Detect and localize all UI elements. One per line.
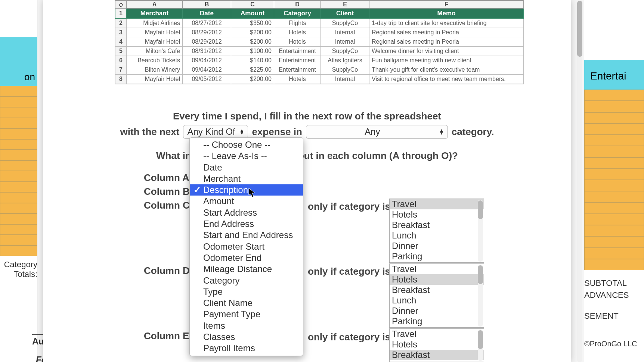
listbox-item[interactable]: Breakfast bbox=[390, 350, 484, 360]
dropdown-option[interactable]: Client Name bbox=[190, 297, 303, 309]
hdr-date: Date bbox=[183, 9, 231, 19]
bg-right-labels: SUBTOTAL ADVANCES SEMENT bbox=[584, 278, 644, 323]
listbox-item[interactable]: Breakfast bbox=[390, 285, 484, 295]
listbox-item[interactable]: Travel bbox=[390, 264, 484, 274]
select-arrows-icon: ▲▼ bbox=[239, 129, 244, 135]
cell-date: 09/04/2012 bbox=[183, 56, 231, 65]
column-c-label: Column C: bbox=[144, 199, 193, 212]
row-header: 6 bbox=[115, 56, 127, 65]
dropdown-option[interactable]: Type bbox=[190, 286, 303, 297]
table-row: 8Mayfair Hotel09/05/2012$200.00HotelsInt… bbox=[115, 75, 524, 84]
cell-memo: Welcome dinner for visiting client bbox=[369, 47, 524, 56]
bg-right-cyan-header: Entertai bbox=[584, 60, 644, 90]
row-header: 3 bbox=[115, 28, 127, 37]
bg-left-orange-grid bbox=[0, 86, 37, 258]
bg-left-cyan-header: on bbox=[0, 37, 37, 86]
dropdown-option[interactable]: Amount bbox=[190, 196, 303, 207]
listbox-item[interactable]: Travel bbox=[390, 329, 484, 339]
hdr-client: Client bbox=[321, 9, 369, 19]
cell-amount: $140.00 bbox=[231, 56, 274, 65]
dropdown-option[interactable]: Start Address bbox=[190, 207, 303, 218]
cell-memo: Regional sales meeting in Peoria bbox=[369, 28, 524, 37]
category-listbox-c[interactable]: TravelHotelsBreakfastLunchDinnerParking bbox=[389, 199, 484, 263]
listbox-item[interactable]: Parking bbox=[390, 251, 484, 262]
dropdown-option[interactable]: -- Leave As-Is -- bbox=[190, 150, 303, 162]
listbox-item[interactable]: Lunch bbox=[390, 295, 484, 306]
table-row: 3Mayfair Hotel08/29/2012$200.00HotelsInt… bbox=[115, 28, 524, 37]
table-row: 6Bearcub Tickets09/04/2012$140.00Enterta… bbox=[115, 56, 524, 65]
dropdown-option[interactable]: Description bbox=[190, 184, 303, 196]
row-header: 5 bbox=[115, 47, 127, 56]
category-listbox-e[interactable]: TravelHotelsBreakfastLunchDinnerParking bbox=[389, 328, 484, 362]
cell-memo: Fun ballgame meeting with new client bbox=[369, 56, 524, 65]
column-field-dropdown[interactable]: -- Choose One ---- Leave As-Is --DateMer… bbox=[189, 137, 303, 356]
bg-right-panel: Entertai SUBTOTAL ADVANCES SEMENT ©ProOn… bbox=[584, 0, 644, 362]
cell-client: SupplyCo bbox=[321, 47, 369, 56]
dropdown-option[interactable]: Date bbox=[190, 162, 303, 173]
col-header-F: F bbox=[369, 1, 524, 9]
dropdown-option[interactable]: End Address bbox=[190, 218, 303, 230]
col-header-B: B bbox=[183, 1, 231, 9]
listbox-item[interactable]: Hotels bbox=[390, 274, 484, 285]
cell-merchant: Mayfair Hotel bbox=[127, 37, 183, 47]
cell-merchant: Midjet Airlines bbox=[127, 19, 183, 28]
col-header-A: A bbox=[127, 1, 183, 9]
sentence-line1: Every time I spend, I fill in the next r… bbox=[43, 110, 571, 122]
category-listbox-d[interactable]: TravelHotelsBreakfastLunchDinnerParking bbox=[389, 263, 484, 328]
dropdown-option[interactable]: Mileage Distance bbox=[190, 263, 303, 275]
cell-category: Hotels bbox=[274, 75, 321, 84]
dropdown-option[interactable]: Category bbox=[190, 275, 303, 286]
column-e-label: Column E: bbox=[144, 329, 193, 343]
listbox-item[interactable]: Parking bbox=[390, 316, 484, 327]
listbox-item[interactable]: Hotels bbox=[390, 209, 484, 220]
dropdown-option[interactable]: Odometer End bbox=[190, 252, 303, 263]
listbox-scrollbar[interactable] bbox=[478, 200, 483, 262]
column-question: What information do you want put in each… bbox=[43, 150, 571, 162]
listbox-item[interactable]: Lunch bbox=[390, 230, 484, 241]
row-header: 2 bbox=[115, 19, 127, 28]
category-select[interactable]: Any ▲▼ bbox=[306, 125, 448, 138]
only-if-e: only if category is bbox=[308, 331, 390, 343]
cell-date: 08/27/2012 bbox=[183, 19, 231, 28]
cell-client: Internal bbox=[321, 37, 369, 47]
listbox-scrollbar[interactable] bbox=[478, 265, 483, 327]
dropdown-option[interactable]: Odometer Start bbox=[190, 241, 303, 252]
cell-category: Entertainment bbox=[274, 56, 321, 65]
cell-memo: 1-day trip to client site for executive … bbox=[369, 19, 524, 28]
only-if-d: only if category is bbox=[308, 266, 390, 277]
listbox-item[interactable]: Lunch bbox=[390, 360, 484, 362]
listbox-item[interactable]: Travel bbox=[390, 199, 484, 209]
dropdown-option[interactable]: Payment Type bbox=[190, 309, 303, 320]
cell-category: Entertainment bbox=[274, 65, 321, 75]
cell-date: 09/04/2012 bbox=[183, 65, 231, 75]
row-header: 8 bbox=[115, 75, 127, 84]
dropdown-option[interactable]: Start and End Address bbox=[190, 230, 303, 241]
col-header-D: D bbox=[274, 1, 321, 9]
dropdown-option[interactable]: Merchant bbox=[190, 173, 303, 184]
cell-date: 08/29/2012 bbox=[183, 28, 231, 37]
col-header-E: E bbox=[321, 1, 369, 9]
page-scrollbar-thumb[interactable] bbox=[577, 1, 582, 57]
bg-right-credit: ©ProOnGo LLC bbox=[584, 340, 644, 348]
dropdown-option[interactable]: Classes bbox=[190, 331, 303, 343]
listbox-scrollbar[interactable] bbox=[478, 330, 483, 361]
dropdown-option[interactable]: Payroll Items bbox=[190, 343, 303, 354]
only-if-c: only if category is bbox=[308, 201, 390, 212]
cell-amount: $200.00 bbox=[231, 37, 274, 47]
cell-client: Atlas Igniters bbox=[321, 56, 369, 65]
dropdown-option[interactable]: Items bbox=[190, 320, 303, 331]
listbox-item[interactable]: Dinner bbox=[390, 306, 484, 316]
listbox-item[interactable]: Hotels bbox=[390, 339, 484, 350]
listbox-item[interactable]: Breakfast bbox=[390, 220, 484, 230]
kind-select[interactable]: Any Kind Of ▲▼ bbox=[183, 125, 248, 138]
cell-date: 08/31/2012 bbox=[183, 47, 231, 56]
cell-date: 08/29/2012 bbox=[183, 37, 231, 47]
dropdown-option[interactable]: -- Choose One -- bbox=[190, 139, 303, 150]
hdr-category: Category bbox=[274, 9, 321, 19]
bg-left-category-totals: Category Totals: bbox=[0, 260, 37, 279]
cell-merchant: Mayfair Hotel bbox=[127, 75, 183, 84]
bg-right-orange-grid bbox=[584, 90, 644, 270]
cell-amount: $350.00 bbox=[231, 19, 274, 28]
cell-client: Internal bbox=[321, 75, 369, 84]
listbox-item[interactable]: Dinner bbox=[390, 241, 484, 251]
